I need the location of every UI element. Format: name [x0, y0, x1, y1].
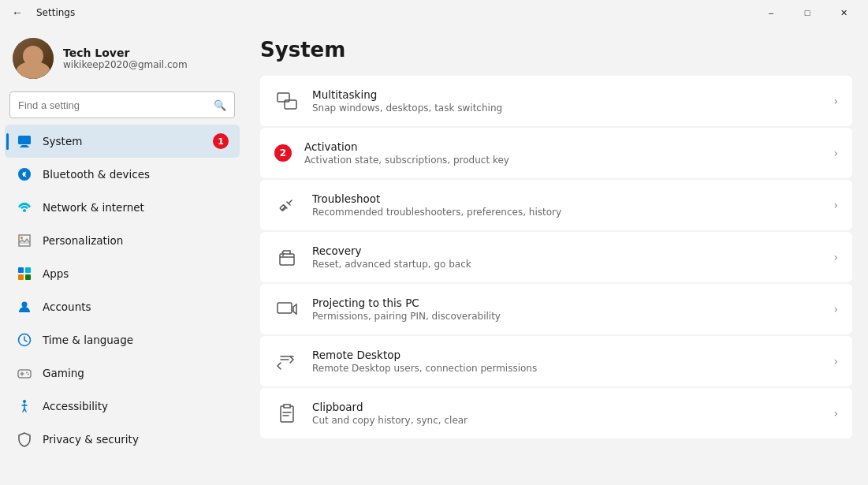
- profile-area: Tech Lover wikikeep2020@gmail.com: [0, 25, 244, 88]
- sidebar-label-apps: Apps: [43, 267, 69, 280]
- profile-info: Tech Lover wikikeep2020@gmail.com: [63, 47, 188, 70]
- personalization-icon: [16, 232, 33, 249]
- multitasking-icon: [274, 88, 300, 114]
- setting-subtitle-troubleshoot: Recommended troubleshooters, preferences…: [312, 207, 821, 218]
- page-title: System: [260, 38, 852, 62]
- sidebar-item-network[interactable]: Network & internet: [5, 191, 240, 224]
- clipboard-icon: [274, 401, 300, 426]
- svg-rect-0: [18, 136, 31, 144]
- search-icon: 🔍: [214, 99, 226, 111]
- sidebar-label-bluetooth: Bluetooth & devices: [43, 168, 150, 181]
- profile-name: Tech Lover: [63, 47, 188, 59]
- setting-subtitle-recovery: Reset, advanced startup, go back: [312, 259, 821, 270]
- svg-point-13: [26, 372, 28, 374]
- maximize-button[interactable]: □: [789, 0, 825, 25]
- remote-desktop-icon: [274, 349, 300, 374]
- setting-item-remote-desktop[interactable]: Remote Desktop Remote Desktop users, con…: [260, 336, 852, 386]
- sidebar-item-time[interactable]: Time & language: [5, 323, 240, 356]
- avatar: [13, 38, 54, 79]
- sidebar-label-network: Network & internet: [43, 201, 144, 214]
- sidebar-label-gaming: Gaming: [43, 367, 84, 379]
- setting-subtitle-remote-desktop: Remote Desktop users, connection permiss…: [312, 363, 821, 374]
- title-bar-left: ← Settings: [6, 2, 75, 24]
- setting-item-projecting[interactable]: Projecting to this PC Permissions, pairi…: [260, 284, 852, 334]
- svg-point-4: [23, 209, 26, 212]
- setting-item-multitasking[interactable]: Multitasking Snap windows, desktops, tas…: [260, 76, 852, 126]
- setting-title-multitasking: Multitasking: [312, 88, 821, 101]
- setting-text-activation: Activation Activation state, subscriptio…: [304, 140, 821, 166]
- setting-subtitle-clipboard: Cut and copy history, sync, clear: [312, 415, 821, 426]
- privacy-icon: [16, 431, 33, 448]
- system-badge: 1: [213, 133, 229, 149]
- sidebar-label-system: System: [43, 135, 82, 147]
- setting-subtitle-activation: Activation state, subscriptions, product…: [304, 155, 821, 166]
- search-input[interactable]: [18, 99, 207, 111]
- sidebar-item-accounts[interactable]: Accounts: [5, 290, 240, 323]
- svg-rect-7: [25, 267, 31, 273]
- network-icon: [16, 199, 33, 216]
- svg-point-10: [22, 302, 28, 308]
- content-area: System Multitasking Snap windows, deskto…: [244, 25, 868, 485]
- setting-text-troubleshoot: Troubleshoot Recommended troubleshooters…: [312, 192, 821, 218]
- avatar-image: [13, 38, 54, 79]
- setting-subtitle-projecting: Permissions, pairing PIN, discoverabilit…: [312, 311, 821, 322]
- setting-title-projecting: Projecting to this PC: [312, 297, 821, 309]
- chevron-icon-clipboard: ›: [833, 407, 838, 420]
- search-area: 🔍: [0, 88, 244, 125]
- apps-icon: [16, 265, 33, 282]
- gaming-icon: [16, 364, 33, 382]
- accounts-icon: [16, 298, 33, 315]
- svg-point-15: [23, 400, 26, 403]
- sidebar-item-personalization[interactable]: Personalization: [5, 224, 240, 257]
- sidebar-item-apps[interactable]: Apps: [5, 257, 240, 290]
- svg-point-20: [282, 255, 284, 256]
- chevron-icon-troubleshoot: ›: [833, 199, 838, 211]
- setting-text-multitasking: Multitasking Snap windows, desktops, tas…: [312, 88, 821, 114]
- chevron-icon: ›: [833, 95, 838, 107]
- svg-rect-22: [281, 406, 293, 422]
- search-box: 🔍: [9, 91, 235, 118]
- sidebar-item-accessibility[interactable]: Accessibility: [5, 390, 240, 423]
- svg-point-14: [28, 374, 29, 375]
- back-button[interactable]: ←: [6, 2, 28, 24]
- chevron-icon-recovery: ›: [833, 251, 838, 263]
- bluetooth-icon: [16, 166, 33, 183]
- title-bar: ← Settings – □ ✕: [0, 0, 868, 25]
- sidebar-item-privacy[interactable]: Privacy & security: [5, 423, 240, 456]
- app-title: Settings: [36, 7, 75, 18]
- chevron-icon-projecting: ›: [833, 303, 838, 315]
- setting-text-projecting: Projecting to this PC Permissions, pairi…: [312, 297, 821, 322]
- sidebar-label-time: Time & language: [43, 334, 133, 346]
- sidebar-label-accounts: Accounts: [43, 300, 91, 313]
- window-controls: – □ ✕: [753, 0, 862, 25]
- setting-item-troubleshoot[interactable]: Troubleshoot Recommended troubleshooters…: [260, 180, 852, 230]
- back-icon: ←: [12, 6, 23, 19]
- close-button[interactable]: ✕: [825, 0, 862, 25]
- sidebar-item-bluetooth[interactable]: Bluetooth & devices: [5, 158, 240, 191]
- svg-rect-8: [18, 274, 24, 280]
- sidebar: Tech Lover wikikeep2020@gmail.com 🔍 Syst…: [0, 25, 244, 485]
- svg-rect-6: [18, 267, 24, 273]
- troubleshoot-icon: [274, 192, 300, 218]
- sidebar-item-system[interactable]: System 1: [5, 125, 240, 158]
- svg-point-5: [20, 237, 23, 239]
- system-icon: [16, 132, 33, 150]
- app-body: Tech Lover wikikeep2020@gmail.com 🔍 Syst…: [0, 25, 868, 485]
- minimize-button[interactable]: –: [753, 0, 789, 25]
- sidebar-item-gaming[interactable]: Gaming: [5, 356, 240, 390]
- svg-rect-2: [20, 147, 29, 148]
- profile-email: wikikeep2020@gmail.com: [63, 59, 188, 70]
- time-icon: [16, 331, 33, 349]
- projecting-icon: [274, 297, 300, 322]
- setting-title-troubleshoot: Troubleshoot: [312, 192, 821, 205]
- setting-item-recovery[interactable]: Recovery Reset, advanced startup, go bac…: [260, 232, 852, 282]
- setting-title-recovery: Recovery: [312, 244, 821, 257]
- setting-title-activation: Activation: [304, 140, 821, 153]
- setting-subtitle-multitasking: Snap windows, desktops, task switching: [312, 103, 821, 114]
- settings-list: Multitasking Snap windows, desktops, tas…: [260, 76, 852, 438]
- svg-rect-21: [278, 303, 292, 313]
- setting-item-clipboard[interactable]: Clipboard Cut and copy history, sync, cl…: [260, 388, 852, 438]
- setting-title-clipboard: Clipboard: [312, 401, 821, 413]
- svg-rect-9: [25, 274, 31, 280]
- setting-item-activation[interactable]: 2 Activation Activation state, subscript…: [260, 128, 852, 178]
